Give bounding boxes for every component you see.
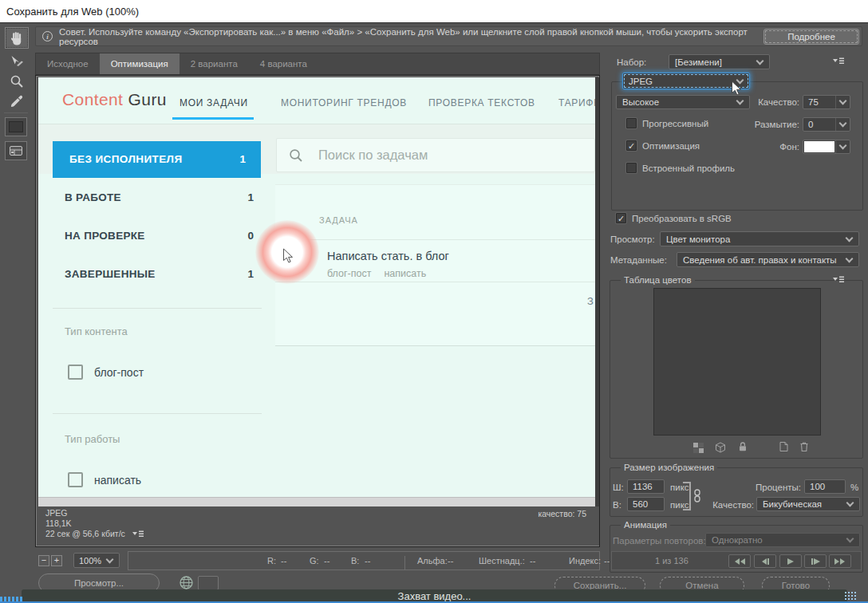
slices-icon [9, 145, 23, 156]
window-title: Сохранить для Web (100%) [0, 0, 868, 23]
lock-color-icon[interactable] [736, 440, 749, 453]
preview-hscrollbar[interactable] [38, 497, 595, 506]
resample-select[interactable]: Бикубическая [756, 497, 860, 511]
new-color-icon[interactable] [777, 440, 790, 453]
quality-slider-button[interactable] [835, 96, 850, 108]
tip-bar: Совет. Используйте команду «Экспортирова… [35, 26, 862, 46]
capture-focus-dashes [0, 597, 24, 601]
task-tag: блог-пост [327, 268, 371, 279]
site-task-list: ЗАДАЧА Написать стать. в блог блог-пост … [275, 184, 595, 346]
task-divider [275, 239, 595, 240]
panel-menu-icon[interactable] [132, 530, 144, 538]
matte-dropdown-button[interactable] [835, 140, 850, 153]
percent-input[interactable]: 100 [804, 479, 846, 494]
eyedropper-color-swatch[interactable] [5, 117, 27, 136]
width-input[interactable]: 1136 [627, 479, 665, 494]
width-label: Ш: [613, 483, 624, 492]
chevron-down-icon [846, 535, 854, 543]
chevron-down-icon [839, 142, 847, 150]
chevron-down-icon [846, 234, 854, 242]
slice-select-icon [10, 54, 24, 69]
r-value: -- [281, 556, 286, 566]
progressive-label: Прогрессивный [642, 119, 708, 128]
info-icon [42, 31, 53, 41]
color-table-area[interactable] [653, 288, 821, 436]
zoom-tool[interactable] [5, 70, 29, 92]
srgb-label: Преобразовать в sRGB [632, 214, 732, 223]
site-divider [53, 413, 262, 414]
resize-grip[interactable] [844, 591, 857, 601]
site-work-type-title: Тип работы [65, 433, 120, 445]
r-label: R: [267, 556, 276, 566]
site-checkbox-write [68, 472, 83, 487]
color-table-title: Таблица цветов [621, 275, 695, 285]
matte-select[interactable] [803, 140, 850, 154]
zoom-level-select[interactable]: 100% [73, 553, 120, 568]
chevron-down-icon [839, 120, 847, 128]
blur-input[interactable]: 0 [803, 117, 850, 132]
first-frame-button[interactable] [728, 554, 751, 568]
chevron-down-icon [846, 499, 854, 507]
loop-options-value: Однократно [706, 535, 844, 545]
progressive-checkbox[interactable] [626, 118, 637, 128]
slice-select-tool[interactable] [5, 50, 29, 72]
tab-original[interactable]: Исходное [36, 53, 100, 74]
g-label: G: [310, 556, 319, 566]
trash-icon[interactable] [798, 440, 811, 453]
srgb-checkbox[interactable] [616, 213, 626, 223]
task-tags: блог-пост написать [327, 268, 426, 279]
height-input[interactable]: 560 [627, 497, 665, 511]
loop-options-label: Параметры повторов: [613, 536, 706, 546]
panel-menu-icon[interactable] [832, 57, 845, 65]
toggle-slices-visibility[interactable] [5, 141, 27, 160]
zoom-out-button[interactable]: − [38, 555, 49, 566]
toolbar-divider [4, 112, 28, 113]
tab-optimized[interactable]: Оптимизация [100, 53, 180, 74]
link-chain-icon[interactable] [693, 489, 701, 503]
preview-frame: Content Guru МОИ ЗАДАЧИ МОНИТОРИНГ ТРЕНД… [35, 75, 600, 547]
tab-4up[interactable]: 4 варианта [249, 53, 318, 74]
frame-counter: 1 из 136 [655, 556, 688, 566]
site-divider [53, 308, 262, 309]
compression-select[interactable]: Высокое [616, 95, 750, 109]
zoom-in-button[interactable]: + [51, 555, 62, 566]
site-nav-texts: ПРОВЕРКА ТЕКСТОВ [428, 97, 535, 108]
metadata-label: Метаданные: [610, 255, 667, 265]
blur-slider-button[interactable] [835, 118, 850, 131]
metadata-select[interactable]: Сведения об авт. правах и контакты [677, 252, 859, 267]
compression-value: Высокое [617, 97, 734, 107]
optimized-checkbox[interactable] [626, 140, 637, 151]
eyedropper-tool[interactable] [5, 90, 29, 112]
preview-mode-select[interactable]: Цвет монитора [660, 231, 859, 246]
format-value: JPEG [623, 77, 734, 86]
site-content-type-title: Тип контента [65, 325, 128, 337]
more-button[interactable]: Подробнее [763, 29, 859, 45]
next-frame-button[interactable] [804, 554, 827, 568]
chevron-down-icon [846, 254, 854, 262]
site-filter-done: ЗАВЕРШЕННЫЕ [65, 268, 156, 280]
embedded-profile-checkbox[interactable] [626, 163, 637, 173]
tab-2up[interactable]: 2 варианта [180, 53, 249, 74]
hand-tool[interactable] [5, 27, 29, 49]
optimized-preview-canvas[interactable]: Content Guru МОИ ЗАДАЧИ МОНИТОРИНГ ТРЕНД… [38, 77, 595, 497]
web-shift-cube-icon[interactable] [714, 441, 727, 454]
hex-label: Шестнадц.: [479, 556, 525, 566]
magnifier-icon [10, 74, 24, 89]
preview-mode-value: Цвет монитора [661, 235, 843, 244]
site-filter-review-count: 0 [233, 230, 254, 242]
link-bracket [683, 482, 691, 510]
panel-menu-icon[interactable] [832, 275, 845, 283]
previous-frame-button[interactable] [754, 554, 776, 568]
image-size-title: Размер изображения [621, 463, 717, 472]
site-search-field: Поиск по задачам [276, 138, 595, 172]
browser-select-dropdown[interactable] [198, 576, 219, 590]
play-button[interactable] [779, 554, 802, 568]
preset-select[interactable]: [Безимени] [669, 54, 770, 69]
height-label: В: [613, 500, 621, 510]
loop-options-select[interactable]: Однократно [705, 533, 860, 547]
last-frame-button[interactable] [829, 554, 851, 568]
browser-globe-icon[interactable] [179, 575, 194, 590]
metadata-value: Сведения об авт. правах и контакты [677, 255, 843, 265]
dither-icon[interactable] [692, 441, 704, 454]
quality-input[interactable]: 75 [803, 95, 850, 109]
